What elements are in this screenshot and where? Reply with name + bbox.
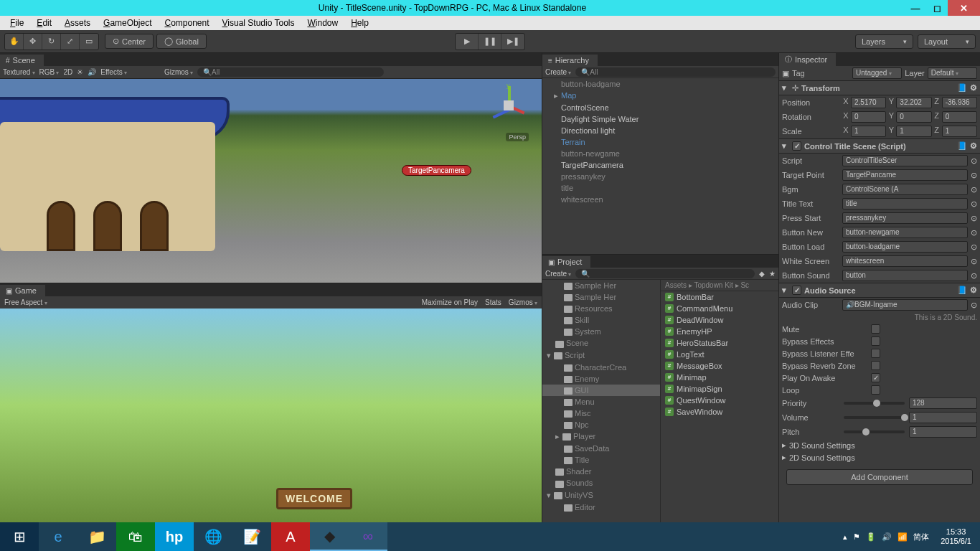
hierarchy-item[interactable]: ▸Map (542, 90, 778, 102)
game-view[interactable]: WELCOME (0, 309, 542, 522)
script-header[interactable]: ▾Control Title Scene (Script)📘⚙ (779, 138, 980, 154)
hierarchy-item[interactable]: Directional light (542, 125, 778, 136)
hierarchy-search[interactable]: 🔍All (575, 67, 776, 77)
play-button[interactable]: ▶ (456, 34, 479, 50)
object-picker-icon[interactable]: ⊙ (971, 214, 977, 223)
inspector-field[interactable]: pressanykey (842, 212, 968, 224)
volume-value[interactable]: 1 (909, 412, 977, 423)
inspector-field[interactable]: button (842, 270, 968, 281)
tab-scene[interactable]: #Scene (0, 55, 44, 66)
help-icon[interactable]: 📘 (957, 83, 967, 93)
transform-header[interactable]: ▾⊹Transform📘⚙ (779, 80, 980, 95)
project-file[interactable]: #DeadWindow (661, 314, 778, 326)
project-file[interactable]: #SaveWindow (661, 406, 778, 418)
project-file[interactable]: #CommandMenu (661, 303, 778, 314)
game-gizmos[interactable]: Gizmos (509, 298, 537, 306)
audio-icon[interactable]: 🔊 (88, 68, 96, 76)
tab-inspector[interactable]: ⓘInspector (779, 53, 836, 66)
project-file[interactable]: #QuestWindow (661, 395, 778, 406)
project-search[interactable]: 🔍 (575, 269, 755, 278)
hierarchy-item[interactable]: TargetPancamera (542, 159, 778, 171)
project-folder[interactable]: ▸Player (542, 430, 660, 443)
project-folder[interactable]: Editor (542, 501, 660, 513)
object-picker-icon[interactable]: ⊙ (971, 185, 977, 194)
help-icon[interactable]: 📘 (957, 141, 967, 151)
project-file[interactable]: #LogText (661, 349, 778, 360)
sound-3d-settings[interactable]: ▸3D Sound Settings (779, 439, 980, 451)
audio-clip-field[interactable]: 🔊BGM-Ingame (842, 299, 968, 311)
menu-help[interactable]: Help (345, 17, 374, 29)
object-picker-icon[interactable]: ⊙ (971, 228, 977, 237)
inspector-field[interactable]: TargetPancame (842, 169, 968, 181)
scale-tool[interactable]: ⤢ (61, 34, 80, 50)
project-folder[interactable]: CharacterCrea (542, 362, 660, 373)
rot-z[interactable]: 0 (942, 111, 977, 123)
project-folder[interactable]: Shader (542, 466, 660, 477)
gear-icon[interactable]: ⚙ (970, 286, 977, 295)
project-file[interactable]: #Minimap (661, 372, 778, 383)
stats-toggle[interactable]: Stats (485, 298, 501, 306)
project-folder[interactable]: Enemy (542, 373, 660, 385)
step-button[interactable]: ▶❚ (501, 34, 524, 50)
scl-x[interactable]: 1 (851, 126, 886, 137)
inspector-field[interactable]: ControlScene (A (842, 184, 968, 195)
project-folder[interactable]: Resources (542, 303, 660, 314)
project-folder[interactable]: Npc (542, 419, 660, 430)
rot-x[interactable]: 0 (851, 111, 886, 123)
priority-value[interactable]: 128 (909, 397, 977, 409)
effects-dropdown[interactable]: Effects (100, 68, 127, 76)
inspector-field[interactable]: ControlTitleScer (842, 155, 968, 166)
scl-z[interactable]: 1 (942, 126, 977, 137)
pos-y[interactable]: 32.202 (896, 97, 931, 108)
checkbox[interactable] (871, 324, 880, 334)
menu-file[interactable]: File (4, 17, 29, 29)
favorites-icon[interactable]: ★ (769, 270, 776, 278)
object-picker-icon[interactable]: ⊙ (971, 271, 977, 281)
toggle-2d[interactable]: 2D (64, 68, 73, 76)
move-tool[interactable]: ✥ (24, 34, 42, 50)
hierarchy-list[interactable]: button-loadgame▸MapControlSceneDaylight … (542, 78, 778, 254)
object-picker-icon[interactable]: ⊙ (971, 171, 977, 180)
taskbar-unity[interactable]: ◆ (310, 522, 349, 551)
tab-game[interactable]: ▣Game (0, 285, 45, 296)
taskbar-hp[interactable]: hp (155, 522, 194, 551)
project-folder[interactable]: Title (542, 454, 660, 466)
tray-battery-icon[interactable]: 🔋 (866, 532, 876, 542)
pitch-slider[interactable] (844, 430, 905, 433)
hierarchy-item[interactable]: button-newgame (542, 148, 778, 159)
layer-field[interactable]: Default (928, 67, 977, 79)
menu-assets[interactable]: Assets (59, 17, 96, 29)
project-file[interactable]: #EnemyHP (661, 326, 778, 337)
inspector-field[interactable]: button-loadgame (842, 241, 968, 253)
hierarchy-create[interactable]: Create (545, 68, 571, 76)
checkbox[interactable] (871, 361, 880, 370)
scene-search[interactable]: 🔍All (197, 67, 384, 77)
taskbar-notes[interactable]: 📝 (232, 522, 271, 551)
scene-view[interactable]: TargetPancamera y Persp (0, 79, 542, 283)
project-folder[interactable]: SaveData (542, 443, 660, 454)
hierarchy-item[interactable]: Terrain (542, 136, 778, 148)
close-button[interactable]: ✕ (948, 0, 980, 16)
rot-y[interactable]: 0 (896, 111, 931, 123)
gizmos-dropdown[interactable]: Gizmos (164, 68, 193, 76)
filter-icon[interactable]: ◆ (759, 270, 765, 278)
menu-edit[interactable]: Edit (31, 17, 57, 29)
object-picker-icon[interactable]: ⊙ (971, 242, 977, 252)
checkbox[interactable] (871, 336, 880, 346)
pause-button[interactable]: ❚❚ (479, 34, 501, 50)
taskbar-vs[interactable]: ∞ (349, 522, 387, 551)
tray-expand-icon[interactable]: ▴ (843, 532, 847, 542)
tray-network-icon[interactable]: 📶 (897, 532, 908, 542)
maximize-button[interactable]: ◻ (926, 0, 948, 16)
pitch-value[interactable]: 1 (909, 426, 977, 438)
taskbar-explorer[interactable]: 📁 (77, 522, 116, 551)
hierarchy-item[interactable]: ControlScene (542, 102, 778, 113)
lighting-icon[interactable]: ☀ (77, 68, 83, 76)
object-picker-icon[interactable]: ⊙ (971, 301, 977, 310)
pivot-rotation[interactable]: ◯ Global (156, 34, 207, 49)
volume-slider[interactable] (844, 416, 905, 419)
scl-y[interactable]: 1 (896, 126, 931, 137)
object-picker-icon[interactable]: ⊙ (971, 156, 977, 166)
project-folder[interactable]: Sample Her (542, 280, 660, 291)
audio-header[interactable]: ▾Audio Source📘⚙ (779, 283, 980, 298)
